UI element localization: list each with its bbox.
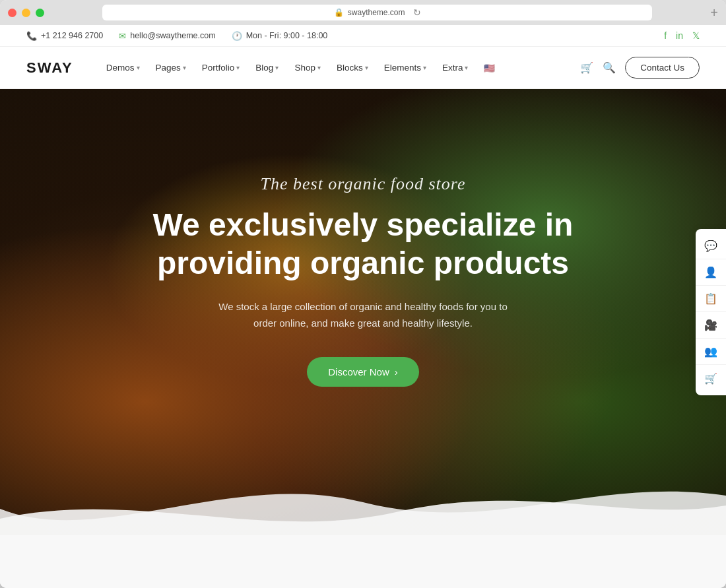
nav-pages-arrow: ▾ (183, 64, 186, 71)
url-text: swaytheme.com (348, 8, 405, 17)
hero-subtitle: The best organic food store (260, 174, 465, 194)
nav-actions: 🛒 🔍 Contact Us (580, 57, 700, 79)
nav-items: Demos ▾ Pages ▾ Portfolio ▾ Blog ▾ Shop (100, 57, 580, 79)
new-tab-button[interactable]: + (710, 6, 718, 19)
contact-button[interactable]: Contact Us (625, 57, 700, 79)
phone-icon: 📞 (26, 31, 37, 41)
hero-wave (0, 456, 726, 535)
twitter-icon[interactable]: 𝕏 (692, 30, 700, 41)
sidebar-chat-button[interactable]: 💬 (696, 233, 726, 259)
url-lock-icon: 🔒 (334, 8, 344, 17)
nav-extra-arrow: ▾ (465, 64, 468, 71)
nav-shop[interactable]: Shop ▾ (288, 57, 327, 78)
nav-blocks-arrow: ▾ (365, 64, 368, 71)
nav-extra-label: Extra (442, 63, 463, 73)
close-button[interactable] (8, 9, 16, 17)
minimize-button[interactable] (22, 9, 30, 17)
nav-blog-arrow: ▾ (275, 64, 279, 71)
profile-icon: 👤 (704, 266, 717, 278)
sidebar-document-button[interactable]: 📋 (696, 286, 726, 312)
top-bar-left: 📞 +1 212 946 2700 ✉ hello@swaytheme.com … (26, 31, 327, 41)
discover-arrow: › (395, 366, 398, 377)
maximize-button[interactable] (36, 9, 44, 17)
top-bar: 📞 +1 212 946 2700 ✉ hello@swaytheme.com … (0, 25, 726, 47)
nav-extra[interactable]: Extra ▾ (436, 57, 475, 78)
flag-icon: 🇺🇸 (484, 63, 495, 73)
bottom-section (0, 535, 726, 588)
sidebar-cart-button[interactable]: 🛒 (696, 365, 726, 391)
sidebar-team-button[interactable]: 👥 (696, 339, 726, 365)
nav-elements-arrow: ▾ (423, 64, 426, 71)
nav-shop-arrow: ▾ (317, 64, 321, 71)
hours-text: Mon - Fri: 9:00 - 18:00 (246, 31, 328, 40)
nav-pages-label: Pages (156, 63, 181, 73)
clock-icon: 🕐 (232, 31, 242, 41)
main-nav: SWAY Demos ▾ Pages ▾ Portfolio ▾ Blog ▾ (0, 47, 726, 89)
refresh-icon[interactable]: ↻ (413, 7, 421, 18)
nav-pages[interactable]: Pages ▾ (149, 57, 193, 78)
nav-blog[interactable]: Blog ▾ (249, 57, 285, 78)
nav-blocks[interactable]: Blocks ▾ (330, 57, 375, 78)
sidebar-profile-button[interactable]: 👤 (696, 259, 726, 286)
email-info: ✉ hello@swaytheme.com (119, 31, 215, 41)
search-button[interactable]: 🔍 (603, 61, 616, 74)
nav-portfolio-arrow: ▾ (236, 64, 240, 71)
discover-label: Discover Now (328, 366, 389, 377)
nav-elements[interactable]: Elements ▾ (378, 57, 433, 78)
hero-content: The best organic food store We exclusive… (0, 89, 726, 472)
cart-nav-button[interactable]: 🛒 (580, 61, 593, 74)
nav-demos[interactable]: Demos ▾ (100, 57, 147, 78)
document-icon: 📋 (704, 292, 717, 305)
nav-blocks-label: Blocks (337, 63, 363, 73)
sidebar-video-button[interactable]: 🎥 (696, 312, 726, 339)
browser-window: 🔒 swaytheme.com ↻ + 📞 +1 212 946 2700 ✉ … (0, 0, 726, 588)
chat-icon: 💬 (704, 240, 717, 252)
phone-number: +1 212 946 2700 (41, 31, 103, 40)
cart-icon: 🛒 (704, 372, 717, 385)
website: 📞 +1 212 946 2700 ✉ hello@swaytheme.com … (0, 25, 726, 588)
right-sidebar: 💬 👤 📋 🎥 👥 🛒 (696, 229, 726, 395)
team-icon: 👥 (704, 345, 717, 358)
nav-shop-label: Shop (294, 63, 315, 73)
video-icon: 🎥 (704, 319, 717, 331)
nav-blog-label: Blog (255, 63, 273, 73)
linkedin-icon[interactable]: in (676, 30, 683, 41)
nav-flag[interactable]: 🇺🇸 (477, 57, 502, 79)
hero-title: We exclusively specialize in providing o… (132, 206, 594, 282)
url-bar[interactable]: 🔒 swaytheme.com ↻ (102, 5, 652, 20)
phone-info: 📞 +1 212 946 2700 (26, 31, 103, 41)
browser-titlebar: 🔒 swaytheme.com ↻ + (0, 0, 726, 25)
nav-demos-label: Demos (106, 63, 135, 73)
nav-portfolio[interactable]: Portfolio ▾ (195, 57, 247, 78)
hours-info: 🕐 Mon - Fri: 9:00 - 18:00 (232, 31, 328, 41)
discover-button[interactable]: Discover Now › (307, 357, 419, 387)
site-logo[interactable]: SWAY (26, 59, 73, 77)
hero-description: We stock a large collection of organic a… (218, 298, 508, 332)
top-bar-right: f in 𝕏 (664, 30, 700, 41)
nav-elements-label: Elements (384, 63, 421, 73)
facebook-icon[interactable]: f (664, 30, 667, 41)
nav-portfolio-label: Portfolio (202, 63, 235, 73)
email-address: hello@swaytheme.com (130, 31, 215, 40)
nav-demos-arrow: ▾ (137, 64, 140, 71)
email-icon: ✉ (119, 31, 126, 41)
hero-section: The best organic food store We exclusive… (0, 89, 726, 535)
